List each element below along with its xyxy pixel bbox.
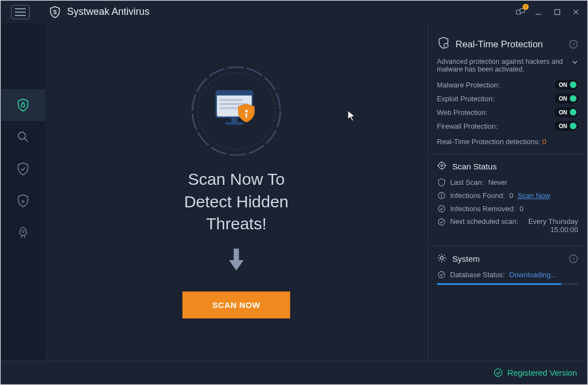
arrow-down-icon [226, 246, 247, 275]
shield-lock-icon [16, 98, 30, 112]
rocket-icon [16, 226, 30, 240]
malware-protection-label: Malware Protection: [437, 81, 500, 89]
close-button[interactable] [569, 6, 583, 19]
scan-now-button[interactable]: SCAN NOW [182, 292, 290, 318]
svg-text:S: S [53, 9, 57, 15]
svg-text:?: ? [572, 41, 575, 47]
svg-point-49 [438, 271, 445, 278]
rtp-section: i Real-Time Protection ? Advanced protec… [428, 23, 587, 154]
app-logo-icon: S [48, 6, 62, 19]
svg-point-36 [438, 205, 445, 212]
sidebar-item-protection[interactable] [1, 89, 45, 121]
exploit-protection-row: Exploit Protection: ON [437, 94, 578, 103]
rtp-description-toggle[interactable]: Advanced protection against hackers and … [437, 58, 578, 73]
firewall-protection-toggle[interactable]: ON [554, 121, 578, 131]
svg-rect-22 [246, 113, 247, 118]
infections-found-label: Infections Found: [450, 191, 505, 200]
web-protection-toggle[interactable]: ON [554, 107, 578, 117]
sidebar-item-quarantine[interactable]: e [1, 185, 45, 217]
rtp-title: Real-Time Protection [456, 39, 543, 50]
infections-removed-value: 0 [520, 205, 524, 213]
rtp-description-text: Advanced protection against hackers and … [437, 58, 567, 73]
rtp-help-icon[interactable]: ? [569, 40, 578, 49]
shield-small-icon [437, 178, 446, 186]
malware-protection-toggle[interactable]: ON [554, 80, 578, 90]
malware-protection-row: Malware Protection: ON [437, 80, 578, 90]
menu-button[interactable] [1, 1, 40, 23]
infections-removed-label: Infections Removed: [450, 205, 515, 213]
db-status-value: Downloading... [509, 271, 557, 279]
title-bar: S Systweak Antivirus ! [1, 1, 587, 23]
svg-point-50 [495, 369, 502, 377]
svg-rect-15 [216, 91, 252, 95]
svg-line-44 [444, 260, 445, 261]
system-section: System ? Database Status: Downloading... [428, 246, 587, 293]
gear-icon [437, 253, 447, 265]
shield-e-icon: e [16, 194, 30, 208]
svg-rect-4 [555, 9, 560, 14]
scan-now-link[interactable]: Scan Now [518, 191, 550, 200]
svg-point-27 [439, 162, 445, 169]
next-scan-label: Next scheduled scan: [450, 217, 518, 226]
web-protection-label: Web Protection: [437, 108, 487, 117]
exploit-protection-label: Exploit Protection: [437, 95, 495, 103]
main-panel: Scan Now To Detect Hidden Threats! SCAN … [45, 23, 428, 361]
check-circle-icon-2 [437, 217, 446, 226]
svg-rect-20 [225, 122, 243, 125]
next-scan-value: Every Thursday 15:00:00 [523, 217, 578, 234]
svg-point-37 [438, 218, 445, 225]
scan-status-section: Scan Status Last Scan: Never Infection [428, 154, 587, 246]
svg-text:i: i [446, 45, 446, 48]
check-circle-icon [437, 204, 446, 213]
svg-text:e: e [21, 198, 25, 204]
registration-status: Registered Version [507, 368, 577, 377]
svg-line-46 [439, 260, 440, 261]
rtp-detections-label: Real-Time Protection detections: [437, 138, 540, 146]
hero-graphic [187, 62, 286, 161]
app-brand: S Systweak Antivirus [40, 6, 149, 19]
web-protection-row: Web Protection: ON [437, 107, 578, 117]
sidebar-item-search[interactable] [1, 121, 45, 153]
sidebar-item-optimize[interactable] [1, 217, 45, 249]
system-help-icon[interactable]: ? [569, 254, 578, 263]
sidebar: e [1, 23, 45, 361]
right-panel: i Real-Time Protection ? Advanced protec… [428, 23, 587, 361]
info-circle-icon [437, 191, 446, 200]
last-scan-label: Last Scan: [450, 178, 484, 186]
svg-line-9 [25, 139, 27, 141]
app-title: Systweak Antivirus [67, 6, 149, 18]
main-headline: Scan Now To Detect Hidden Threats! [184, 168, 289, 235]
svg-point-8 [18, 132, 25, 139]
rtp-detections-value: 0 [542, 138, 546, 146]
svg-point-28 [441, 164, 443, 167]
system-title: System [452, 254, 480, 263]
svg-line-45 [444, 255, 445, 256]
infections-found-value: 0 [509, 191, 513, 200]
search-icon [16, 130, 30, 144]
sidebar-item-scan-shield[interactable] [1, 153, 45, 185]
target-icon [437, 161, 447, 172]
svg-rect-16 [219, 99, 242, 101]
db-status-label: Database Status: [450, 271, 505, 279]
check-circle-icon-3 [437, 270, 446, 279]
exploit-protection-toggle[interactable]: ON [554, 94, 578, 103]
shield-check-icon [16, 162, 30, 176]
chevron-down-icon [572, 59, 578, 67]
firewall-protection-label: Firewall Protection: [437, 122, 498, 130]
footer: Registered Version [1, 361, 587, 384]
svg-rect-17 [219, 103, 247, 105]
firewall-protection-row: Firewall Protection: ON [437, 121, 578, 131]
check-circle-green-icon [493, 368, 503, 377]
scan-status-title: Scan Status [452, 162, 497, 171]
monitor-shield-icon [206, 81, 267, 141]
last-scan-value: Never [488, 178, 507, 186]
promo-icon[interactable]: ! [514, 6, 526, 18]
svg-rect-7 [21, 104, 24, 107]
minimize-button[interactable] [532, 6, 545, 19]
svg-rect-18 [219, 107, 237, 109]
maximize-button[interactable] [551, 6, 564, 19]
svg-point-34 [441, 193, 442, 194]
svg-rect-19 [231, 117, 237, 122]
svg-rect-35 [441, 195, 441, 197]
svg-point-21 [245, 110, 248, 113]
